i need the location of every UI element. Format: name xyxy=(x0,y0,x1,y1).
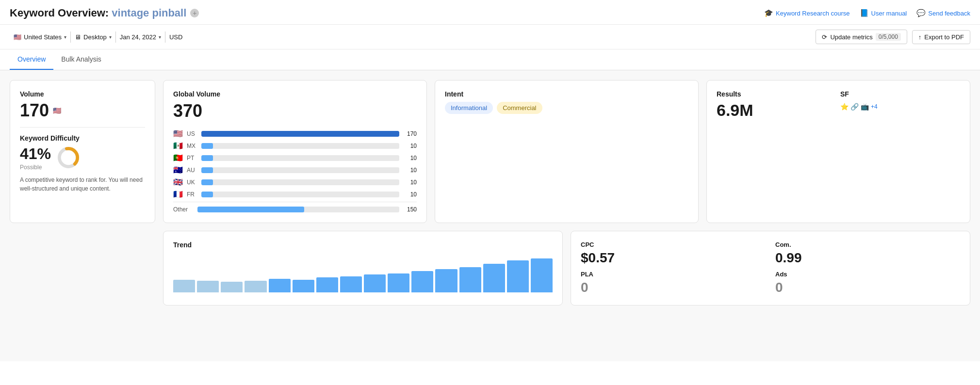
com-section: Com. 0.99 xyxy=(775,241,960,266)
bar-fill xyxy=(201,143,213,149)
metrics-count-badge: 0/5,000 xyxy=(876,33,901,41)
com-label: Com. xyxy=(775,241,960,248)
export-icon: ↑ xyxy=(918,33,922,41)
bar-row-fr: 🇫🇷 FR 10 xyxy=(173,190,417,199)
update-metrics-label: Update metrics xyxy=(830,33,872,41)
bar-track xyxy=(201,192,399,197)
trend-bar-6 xyxy=(316,277,338,292)
trend-bar-13 xyxy=(483,264,505,293)
sf-video-icon: 📺 xyxy=(861,103,869,111)
bar-flag: 🇵🇹 xyxy=(173,153,183,162)
global-volume-card: Global Volume 370 🇺🇸 US 170 🇲🇽 MX 10 🇵🇹 … xyxy=(163,80,427,223)
bottom-row: Trend CPC $0.57 Com. 0.99 PLA 0 xyxy=(10,231,970,305)
main-content: Volume 170 🇺🇸 Keyword Difficulty 41% Pos… xyxy=(0,70,980,361)
volume-label: Volume xyxy=(20,90,145,98)
tab-bulk-analysis[interactable]: Bulk Analysis xyxy=(53,49,109,70)
ads-section: Ads 0 xyxy=(775,271,960,295)
results-sf-grid: Results 6.9M SF ⭐ 🔗 📺 +4 xyxy=(717,90,960,120)
date-filter[interactable]: Jan 24, 2022 ▾ xyxy=(116,32,165,43)
bar-flag: 🇬🇧 xyxy=(173,177,183,187)
trend-bar-8 xyxy=(364,274,386,292)
ads-value: 0 xyxy=(775,280,960,295)
bar-track xyxy=(201,179,399,185)
bar-row-us: 🇺🇸 US 170 xyxy=(173,129,417,138)
other-bar-fill xyxy=(197,207,304,212)
course-icon: 🎓 xyxy=(764,9,773,17)
kd-sublabel: Possible xyxy=(20,164,51,171)
export-label: Export to PDF xyxy=(924,33,964,41)
tab-overview[interactable]: Overview xyxy=(10,49,53,70)
date-chevron: ▾ xyxy=(159,34,161,40)
user-manual-label: User manual xyxy=(871,10,907,17)
trend-bar-12 xyxy=(459,267,481,293)
country-label: United States xyxy=(24,33,62,41)
bar-num: 170 xyxy=(403,130,417,137)
update-metrics-button[interactable]: ⟳ Update metrics 0/5,000 xyxy=(816,30,907,44)
bar-fill xyxy=(201,179,213,185)
intent-card: Intent Informational Commercial xyxy=(435,80,699,223)
volume-card: Volume 170 🇺🇸 Keyword Difficulty 41% Pos… xyxy=(10,80,155,223)
results-value: 6.9M xyxy=(717,101,836,120)
cpc-card: CPC $0.57 Com. 0.99 PLA 0 Ads 0 xyxy=(571,231,970,305)
keyword-course-link[interactable]: 🎓 Keyword Research course xyxy=(764,9,849,17)
cpc-label: CPC xyxy=(581,241,766,248)
kd-section: Keyword Difficulty 41% Possible A compet… xyxy=(20,134,145,193)
bar-num: 10 xyxy=(403,179,417,186)
trend-bar-7 xyxy=(340,276,362,292)
tabs: Overview Bulk Analysis xyxy=(0,49,980,70)
cpc-metrics-grid: CPC $0.57 Com. 0.99 PLA 0 Ads 0 xyxy=(581,241,960,295)
gv-value: 370 xyxy=(173,101,417,121)
cpc-value: $0.57 xyxy=(581,250,766,266)
send-feedback-link[interactable]: 💬 Send feedback xyxy=(916,9,970,17)
bar-num: 10 xyxy=(403,191,417,198)
bar-track xyxy=(201,167,399,173)
kd-label: Keyword Difficulty xyxy=(20,134,145,142)
feedback-icon: 💬 xyxy=(916,9,926,17)
bar-flag: 🇲🇽 xyxy=(173,141,183,150)
user-manual-link[interactable]: 📘 User manual xyxy=(860,9,907,17)
kd-desc: A competitive keyword to rank for. You w… xyxy=(20,176,145,193)
sf-more[interactable]: +4 xyxy=(871,103,878,110)
trend-bars-container xyxy=(173,254,553,292)
currency-label: USD xyxy=(165,32,186,43)
country-chevron: ▾ xyxy=(64,34,66,40)
bar-track xyxy=(201,143,399,149)
sub-bar: 🇺🇸 United States ▾ 🖥 Desktop ▾ Jan 24, 2… xyxy=(0,25,980,49)
bar-row-au: 🇦🇺 AU 10 xyxy=(173,165,417,175)
bar-country: MX xyxy=(187,143,197,149)
trend-bar-2 xyxy=(221,282,243,292)
ads-label: Ads xyxy=(775,271,960,278)
bar-country: PT xyxy=(187,155,197,161)
pla-label: PLA xyxy=(581,271,766,278)
other-bar-track xyxy=(197,207,399,212)
trend-bar-5 xyxy=(293,280,314,292)
volume-flag: 🇺🇸 xyxy=(53,107,61,114)
bar-track xyxy=(201,131,399,137)
intent-badge-commercial: Commercial xyxy=(497,102,542,114)
bar-row-uk: 🇬🇧 UK 10 xyxy=(173,177,417,187)
kd-value: 41% xyxy=(20,145,51,163)
page-title: Keyword Overview: vintage pinball xyxy=(10,7,186,19)
country-filter[interactable]: 🇺🇸 United States ▾ xyxy=(10,32,71,43)
add-keyword-icon[interactable]: + xyxy=(190,9,199,17)
trend-card: Trend xyxy=(163,231,563,305)
sf-icons: ⭐ 🔗 📺 +4 xyxy=(840,103,960,111)
bar-flag: 🇺🇸 xyxy=(173,129,183,138)
bar-num: 10 xyxy=(403,155,417,161)
pla-section: PLA 0 xyxy=(581,271,766,295)
results-sf-card: Results 6.9M SF ⭐ 🔗 📺 +4 xyxy=(706,80,970,223)
title-keyword: vintage pinball xyxy=(112,7,186,19)
filters: 🇺🇸 United States ▾ 🖥 Desktop ▾ Jan 24, 2… xyxy=(10,32,186,43)
kd-donut-chart xyxy=(57,146,80,169)
bar-fill xyxy=(201,155,213,161)
bar-num: 10 xyxy=(403,143,417,149)
trend-bar-14 xyxy=(507,260,529,292)
volume-value-row: 170 🇺🇸 xyxy=(20,101,145,120)
intent-label: Intent xyxy=(445,90,688,98)
bar-flag: 🇫🇷 xyxy=(173,190,183,199)
device-filter[interactable]: 🖥 Desktop ▾ xyxy=(71,32,116,43)
export-pdf-button[interactable]: ↑ Export to PDF xyxy=(912,30,970,44)
sf-label: SF xyxy=(840,90,960,98)
bar-track xyxy=(201,155,399,161)
bar-row-pt: 🇵🇹 PT 10 xyxy=(173,153,417,162)
